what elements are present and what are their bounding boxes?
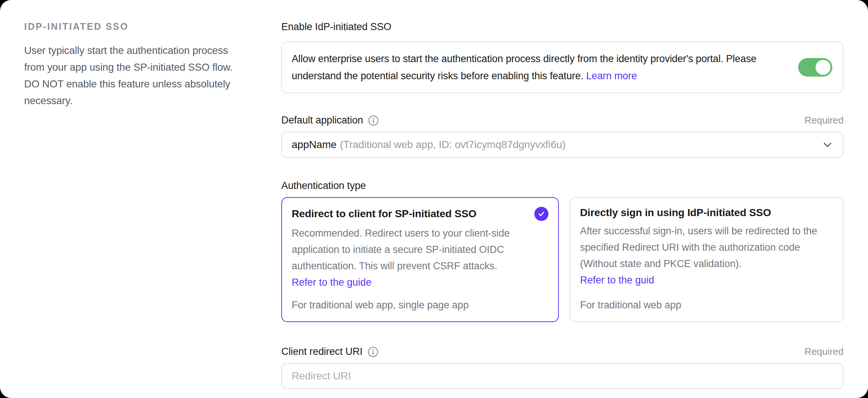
- selected-app-name: appName: [292, 139, 337, 151]
- chevron-down-icon: [821, 138, 834, 151]
- section-title: IDP-INITIATED SSO: [24, 21, 242, 32]
- info-icon[interactable]: [367, 346, 379, 357]
- learn-more-link[interactable]: Learn more: [586, 70, 637, 81]
- section-description-panel: IDP-INITIATED SSO User typically start t…: [24, 21, 242, 109]
- required-badge: Required: [804, 346, 843, 357]
- option-description: Recommended. Redirect users to your clie…: [292, 225, 548, 274]
- required-badge: Required: [804, 115, 843, 126]
- refer-to-guide-link[interactable]: Refer to the guide: [292, 274, 548, 291]
- enable-sso-label-row: Enable IdP-initiated SSO: [281, 21, 843, 33]
- client-redirect-uri-label-row: Client redirect URI Required: [281, 346, 843, 357]
- refer-to-guide-link[interactable]: Refer to the guid: [580, 272, 833, 288]
- authentication-type-options: Redirect to client for SP-initiated SSO …: [281, 197, 843, 322]
- option-title: Directly sign in using IdP-initiated SSO: [580, 207, 771, 219]
- settings-form: Enable IdP-initiated SSO Allow enterpris…: [281, 0, 843, 389]
- idp-initiated-sso-settings-page: IDP-INITIATED SSO User typically start t…: [0, 0, 868, 398]
- enable-sso-label: Enable IdP-initiated SSO: [281, 21, 391, 33]
- authentication-type-label-row: Authentication type: [281, 180, 843, 192]
- client-redirect-uri-input[interactable]: [281, 363, 843, 389]
- toggle-knob: [816, 60, 830, 75]
- authentication-type-label: Authentication type: [281, 180, 366, 192]
- enable-sso-toggle[interactable]: [798, 58, 832, 77]
- enable-sso-card: Allow enterprise users to start the auth…: [281, 41, 843, 93]
- info-icon[interactable]: [368, 115, 379, 126]
- option-title-row: Directly sign in using IdP-initiated SSO: [580, 207, 833, 219]
- enable-sso-description: Allow enterprise users to start the auth…: [292, 50, 793, 84]
- default-application-select[interactable]: appName (Traditional web app, ID: ovt7ic…: [281, 132, 843, 158]
- client-redirect-uri-label: Client redirect URI: [281, 346, 363, 357]
- option-title: Redirect to client for SP-initiated SSO: [292, 208, 476, 220]
- check-icon: [534, 207, 548, 221]
- default-application-label-row: Default application Required: [281, 115, 843, 126]
- enable-sso-description-text: Allow enterprise users to start the auth…: [292, 53, 757, 81]
- option-footer: For traditional web app, single page app: [292, 299, 548, 312]
- option-footer: For traditional web app: [580, 299, 833, 312]
- option-title-row: Redirect to client for SP-initiated SSO: [292, 207, 548, 221]
- section-description: User typically start the authentication …: [24, 42, 242, 109]
- selected-app-detail: (Traditional web app, ID: ovt7icymq87dgn…: [340, 139, 566, 151]
- option-redirect-to-client[interactable]: Redirect to client for SP-initiated SSO …: [281, 197, 559, 322]
- option-directly-sign-in[interactable]: Directly sign in using IdP-initiated SSO…: [570, 197, 843, 322]
- option-description: After successful sign-in, users will be …: [580, 223, 833, 272]
- default-application-label: Default application: [281, 115, 363, 126]
